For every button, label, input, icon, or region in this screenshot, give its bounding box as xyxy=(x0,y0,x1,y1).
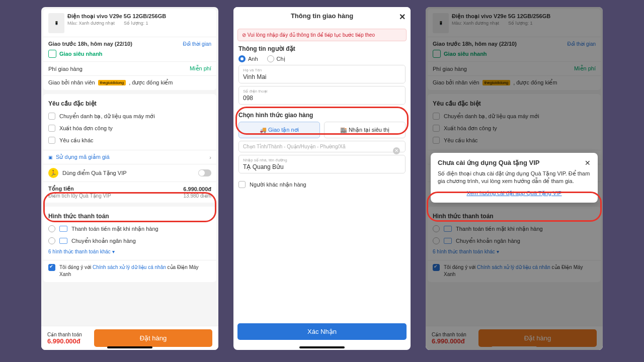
pay-cash-option[interactable]: Thanh toán tiền mặt khi nhận hàng xyxy=(48,223,211,235)
warning-banner: ⊘ Vui lòng nhập đầy đủ thông tin để tiếp… xyxy=(237,29,407,41)
opt1-label: Chuyển danh bạ, dữ liệu qua máy mới xyxy=(59,113,155,120)
close-icon[interactable]: ✕ xyxy=(399,12,406,22)
salutation-male[interactable]: Anh xyxy=(238,55,258,62)
modal-title: Thông tin giao hàng xyxy=(291,12,353,20)
popup-close-icon[interactable]: ✕ xyxy=(585,159,591,167)
pay-bank-label: Chuyển khoản ngân hàng xyxy=(71,238,136,244)
ship-staff-prefix: Giao bởi nhân viên xyxy=(48,79,95,86)
home-indicator xyxy=(107,346,152,348)
tab-deliver[interactable]: 🚚 Giao tận nơi xyxy=(238,122,320,138)
opt2-checkbox[interactable] xyxy=(48,125,55,132)
bank-icon xyxy=(59,238,67,244)
opt3-label: Yêu cầu khác xyxy=(59,137,94,144)
delivery-headline: Giao trước 18h, hôm nay (22/10) xyxy=(48,41,132,47)
home-indicator xyxy=(299,346,345,348)
ship-fee-value: Miễn phí xyxy=(190,65,211,72)
popup-title: Chưa cài ứng dụng Quà tặng VIP xyxy=(438,159,539,166)
product-qty: Số lượng: 1 xyxy=(124,21,148,26)
product-thumb: 📱 xyxy=(433,13,449,33)
fast-ship-label: Giao siêu nhanh xyxy=(59,51,103,57)
vip-toggle[interactable] xyxy=(198,169,211,176)
product-name: Điện thoại vivo V29e 5G 12GB/256GB xyxy=(452,13,596,20)
screen-checkout: 📱 Điện thoại vivo V29e 5G 12GB/256GB Màu… xyxy=(41,7,218,350)
subtotal-value: 6.990.000đ xyxy=(183,186,211,192)
change-time-link[interactable]: Đổi thời gian xyxy=(183,41,211,47)
opt3-checkbox[interactable] xyxy=(48,137,55,144)
more-payment-link[interactable]: 6 hình thức thanh toán khác ▾ xyxy=(48,247,211,256)
phone-input[interactable]: Số điện thoại 098 xyxy=(238,86,406,105)
special-heading: Yêu cầu đặc biệt xyxy=(48,100,211,107)
clear-icon[interactable]: ✕ xyxy=(393,147,400,154)
due-value: 6.990.000đ xyxy=(47,337,82,345)
vip-label: Dùng điểm Quà Tặng VIP xyxy=(62,170,127,176)
pay-bank-option[interactable]: Chuyển khoản ngân hàng xyxy=(48,235,211,247)
pay-cash-label: Thanh toán tiền mặt khi nhận hàng xyxy=(71,226,158,232)
voucher-row[interactable]: ▣Sử dụng mã giảm giá › xyxy=(48,154,211,160)
policy-link[interactable]: Chính sách xử lý dữ liệu cá nhân xyxy=(93,264,166,270)
cash-icon xyxy=(59,226,67,232)
screen-shipping-modal: Thông tin giao hàng ✕ ⊘ Vui lòng nhập đầ… xyxy=(233,7,411,350)
vip-toggle-row[interactable]: 🏃Dùng điểm Quà Tặng VIP xyxy=(48,168,211,178)
fast-ship-checkbox[interactable] xyxy=(48,50,56,58)
popup-body: Số điện thoại chưa cài đặt ứng dụng Quà … xyxy=(438,170,591,185)
name-input[interactable]: Họ và Tên Vinh Mai xyxy=(238,65,406,83)
vip-icon: 🏃 xyxy=(48,168,58,178)
ship-staff-suffix: , được đồng kiểm xyxy=(129,79,173,86)
address-input[interactable]: Nhập số nhà, tên đường TẠ Quang Bửu xyxy=(238,155,406,173)
voucher-label: Sử dụng mã giảm giá xyxy=(56,154,110,160)
tab-pickup[interactable]: 🏬 Nhận tại siêu thị xyxy=(324,122,406,138)
opt1-checkbox[interactable] xyxy=(48,113,55,120)
subtotal-label: Tổng tiền xyxy=(48,186,74,192)
opt2-label: Xuất hóa đơn công ty xyxy=(59,125,113,132)
chevron-right-icon: › xyxy=(209,154,211,160)
screen-checkout-popup: 📱 Điện thoại vivo V29e 5G 12GB/256GB Màu… xyxy=(426,7,603,350)
due-label: Cần thanh toán xyxy=(47,332,82,337)
salutation-female[interactable]: Chị xyxy=(267,55,285,62)
product-thumb: 📱 xyxy=(48,13,64,33)
vip-popup: Chưa cài ứng dụng Quà tặng VIP ✕ Số điện… xyxy=(431,153,598,203)
orderer-heading: Thông tin người đặt xyxy=(238,45,406,52)
popup-guide-link[interactable]: Xem hướng cài đặt app Quà Tặng VIP xyxy=(438,190,591,197)
ship-fee-label: Phí giao hàng xyxy=(48,66,83,72)
agree-checkbox[interactable] xyxy=(48,264,55,271)
home-indicator xyxy=(492,346,537,348)
product-name: Điện thoại vivo V29e 5G 12GB/256GB xyxy=(67,13,211,20)
points-label: Điểm tích lũy Quà Tặng VIP xyxy=(48,193,111,199)
agree-text: Tôi đồng ý với Chính sách xử lý dữ liệu … xyxy=(59,264,211,278)
payment-heading: Hình thức thanh toán xyxy=(48,213,211,220)
voucher-icon: ▣ xyxy=(48,155,53,160)
brand-badge: thegioididong xyxy=(98,80,126,85)
location-select[interactable]: Chọn Tỉnh/Thành - Quận/Huyện - Phường/Xã… xyxy=(238,141,406,152)
points-value: 13.980 điểm xyxy=(184,193,211,199)
method-heading: Chọn hình thức giao hàng xyxy=(238,112,406,119)
other-receiver-option[interactable]: Người khác nhận hàng xyxy=(238,178,406,191)
modal-header: Thông tin giao hàng ✕ xyxy=(233,7,411,25)
product-color: Màu: Xanh dương nhạt xyxy=(67,21,115,26)
confirm-button[interactable]: Xác Nhận xyxy=(237,323,407,340)
order-button[interactable]: Đặt hàng xyxy=(94,329,212,347)
